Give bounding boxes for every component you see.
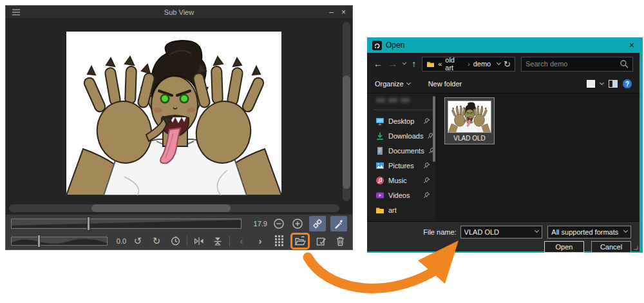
forward-button[interactable]: → xyxy=(388,59,397,69)
search-icon[interactable] xyxy=(620,59,629,68)
address-dropdown-icon[interactable] xyxy=(497,61,501,65)
file-item-label: VLAD OLD xyxy=(448,135,491,142)
chevron-down-icon[interactable] xyxy=(623,228,628,233)
dialog-close-button[interactable]: × xyxy=(629,40,634,50)
cancel-button[interactable]: Cancel xyxy=(591,241,631,253)
rotation-slider-handle[interactable] xyxy=(37,235,41,248)
address-bar[interactable]: « old art › demo ↻ xyxy=(422,57,515,72)
new-folder-button[interactable]: New folder xyxy=(428,80,462,88)
next-image-button[interactable]: › xyxy=(253,234,267,248)
folder-icon xyxy=(426,61,435,68)
resize-grip-icon[interactable] xyxy=(633,245,638,250)
format-value: All supported formats xyxy=(551,228,618,236)
file-name-combo[interactable] xyxy=(460,226,543,239)
refresh-icon[interactable]: ↻ xyxy=(504,59,511,69)
sidebar-item-downloads[interactable]: Downloads xyxy=(367,128,435,143)
flip-vertical-button[interactable] xyxy=(211,234,225,248)
breadcrumb-old-art[interactable]: old art xyxy=(445,56,464,72)
dialog-footer: File name: All supported formats Open Ca… xyxy=(367,221,639,251)
rotate-left-button[interactable]: ↺ xyxy=(131,234,145,248)
command-bar: Organize New folder ? xyxy=(367,75,639,93)
pin-icon[interactable] xyxy=(423,117,430,124)
sidebar-item-documents[interactable]: Documents xyxy=(367,143,435,158)
vertical-scrollbar-thumb[interactable] xyxy=(343,75,350,188)
recent-locations-icon[interactable] xyxy=(402,61,406,64)
views-icon[interactable] xyxy=(587,80,595,88)
views-dropdown-icon[interactable] xyxy=(600,81,604,85)
navigate-toggle-button[interactable] xyxy=(309,216,326,231)
zoom-slider[interactable] xyxy=(11,219,242,229)
subview-titlebar[interactable]: Sub View – × xyxy=(6,6,352,19)
eyedropper-button[interactable] xyxy=(330,216,347,231)
search-input[interactable] xyxy=(526,60,617,68)
sidebar-item-pictures[interactable]: Pictures xyxy=(367,158,435,173)
image-list-button[interactable] xyxy=(272,234,286,248)
rotation-slider[interactable] xyxy=(11,237,108,246)
panel-menu-icon[interactable] xyxy=(12,9,20,15)
documents-icon xyxy=(375,146,384,155)
panel-title: Sub View xyxy=(6,8,352,16)
format-select[interactable]: All supported formats xyxy=(547,226,631,239)
dialog-title: Open xyxy=(386,41,404,50)
pin-icon[interactable] xyxy=(423,177,430,184)
search-box[interactable] xyxy=(521,57,633,72)
music-icon xyxy=(375,176,384,185)
file-item-selected[interactable]: VLAD OLD xyxy=(444,97,495,144)
zoom-value: 17.9 xyxy=(253,220,267,228)
divider xyxy=(187,236,187,246)
horizontal-scrollbar[interactable] xyxy=(9,204,339,212)
back-button[interactable]: ← xyxy=(374,59,383,69)
sidebar-item-art[interactable]: art xyxy=(367,202,435,217)
zoom-in-button[interactable] xyxy=(290,217,305,231)
zoom-out-button[interactable] xyxy=(272,217,286,231)
breadcrumb-demo[interactable]: demo xyxy=(473,60,491,68)
vertical-scrollbar[interactable] xyxy=(343,22,350,201)
subview-toolbar: 17.9 xyxy=(6,214,352,249)
organize-dropdown-icon[interactable] xyxy=(406,81,411,85)
open-button[interactable]: Open xyxy=(544,241,584,253)
close-button[interactable]: × xyxy=(341,9,346,15)
pin-icon[interactable] xyxy=(423,162,430,169)
breadcrumb-collapse[interactable]: « xyxy=(438,60,442,68)
pin-icon[interactable] xyxy=(423,191,430,199)
chevron-down-icon[interactable] xyxy=(535,228,539,233)
rotate-right-button[interactable]: ↻ xyxy=(149,234,164,248)
pictures-icon xyxy=(375,161,384,170)
minimize-button[interactable]: – xyxy=(329,9,334,15)
edit-image-button[interactable] xyxy=(314,234,328,248)
sidebar-scrollbar-thumb[interactable] xyxy=(433,96,435,162)
open-file-button[interactable] xyxy=(292,235,308,248)
preview-pane-icon[interactable] xyxy=(609,80,618,88)
subview-artwork xyxy=(66,32,281,195)
divider xyxy=(374,110,433,110)
up-button[interactable]: ↑ xyxy=(412,59,416,69)
breadcrumb-separator: › xyxy=(468,60,470,68)
delete-image-button[interactable] xyxy=(333,234,347,248)
horizontal-scrollbar-thumb[interactable] xyxy=(91,204,230,212)
rotation-value: 0.0 xyxy=(112,237,126,245)
flip-horizontal-button[interactable] xyxy=(192,234,206,248)
file-list: VLAD OLD xyxy=(435,93,639,221)
organize-button[interactable]: Organize xyxy=(375,80,404,88)
sidebar-item-music[interactable]: Music xyxy=(367,173,435,188)
videos-icon xyxy=(375,191,384,200)
open-dialog: Open × ← → ↑ « old art › demo ↻ xyxy=(367,37,643,253)
redacted-item[interactable] xyxy=(376,98,426,105)
downloads-icon xyxy=(375,132,384,141)
zoom-slider-handle[interactable] xyxy=(87,217,90,231)
divider xyxy=(229,236,230,246)
sidebar-item-desktop[interactable]: Desktop xyxy=(367,113,435,128)
desktop-icon xyxy=(375,117,384,126)
subview-panel: Sub View – × 17.9 xyxy=(5,5,353,250)
sidebar-item-videos[interactable]: Videos xyxy=(367,188,435,202)
reset-rotation-button[interactable] xyxy=(168,234,182,248)
dialog-titlebar[interactable]: Open × xyxy=(367,37,639,53)
file-name-input[interactable] xyxy=(464,228,532,236)
navigation-pane: Desktop Downloads Documents xyxy=(367,93,435,221)
navigation-bar: ← → ↑ « old art › demo ↻ xyxy=(367,53,639,75)
help-icon[interactable]: ? xyxy=(623,79,632,88)
file-thumbnail xyxy=(448,101,491,133)
subview-canvas[interactable] xyxy=(6,19,352,214)
open-file-highlight xyxy=(290,233,310,249)
previous-image-button[interactable]: ‹ xyxy=(234,234,249,248)
